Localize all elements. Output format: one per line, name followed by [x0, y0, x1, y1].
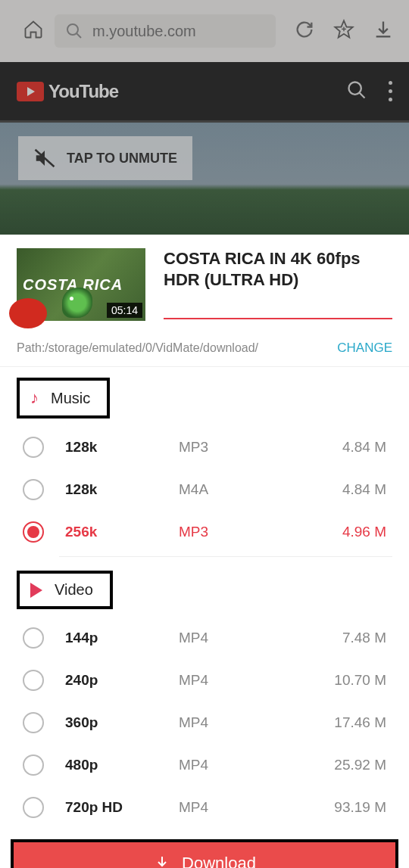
option-quality: 240p: [65, 672, 179, 689]
option-size: 10.70 M: [254, 672, 386, 689]
option-quality: 144p: [65, 630, 179, 646]
radio-icon: [23, 627, 44, 649]
video-section-label: Video: [55, 581, 93, 599]
radio-icon: [23, 437, 44, 458]
option-quality: 128k: [65, 481, 179, 498]
music-option[interactable]: 128k M4A 4.84 M: [17, 468, 392, 511]
dimmed-background-overlay: [0, 0, 409, 235]
option-quality: 360p: [65, 714, 179, 731]
radio-selected-icon: [23, 521, 44, 543]
radio-icon: [23, 479, 44, 500]
video-title: COSTA RICA IN 4K 60fps HDR (ULTRA HD): [164, 248, 392, 290]
title-underline: [164, 318, 392, 319]
download-button[interactable]: Download: [11, 839, 398, 868]
video-thumbnail[interactable]: COSTA RICA 05:14: [17, 248, 145, 321]
video-option[interactable]: 720p HD MP4 93.19 M: [17, 786, 392, 829]
option-format: MP4: [179, 757, 254, 773]
option-quality: 480p: [65, 757, 179, 773]
video-option[interactable]: 240p MP4 10.70 M: [17, 659, 392, 702]
radio-icon: [23, 797, 44, 818]
option-size: 4.96 M: [254, 524, 386, 540]
option-format: MP3: [179, 439, 254, 456]
option-size: 4.84 M: [254, 481, 386, 498]
music-option-selected[interactable]: 256k MP3 4.96 M: [17, 511, 392, 553]
download-path-row: Path:/storage/emulated/0/VidMate/downloa…: [0, 328, 409, 367]
download-panel: COSTA RICA 05:14 COSTA RICA IN 4K 60fps …: [0, 235, 409, 868]
radio-icon: [23, 754, 44, 776]
radio-icon: [23, 670, 44, 691]
option-format: MP4: [179, 714, 254, 731]
music-section-label: Music: [51, 390, 90, 407]
option-size: 25.92 M: [254, 757, 386, 773]
option-size: 93.19 M: [254, 799, 386, 816]
option-format: M4A: [179, 481, 254, 498]
video-play-icon: [30, 583, 42, 598]
music-section-box: ♪ Music: [17, 378, 110, 418]
video-option[interactable]: 480p MP4 25.92 M: [17, 744, 392, 786]
radio-icon: [23, 712, 44, 733]
option-quality: 256k: [65, 524, 179, 540]
option-quality: 720p HD: [65, 799, 179, 816]
video-option[interactable]: 144p MP4 7.48 M: [17, 617, 392, 659]
music-options-list: 128k MP3 4.84 M 128k M4A 4.84 M 256k MP3…: [0, 426, 409, 557]
music-section-header: ♪ Music: [0, 367, 409, 426]
change-path-button[interactable]: CHANGE: [337, 341, 392, 356]
option-size: 7.48 M: [254, 630, 386, 646]
option-size: 4.84 M: [254, 439, 386, 456]
video-option[interactable]: 360p MP4 17.46 M: [17, 702, 392, 744]
option-quality: 128k: [65, 439, 179, 456]
option-format: MP3: [179, 524, 254, 540]
download-arrow-icon: [153, 854, 171, 868]
option-format: MP4: [179, 799, 254, 816]
option-format: MP4: [179, 672, 254, 689]
video-duration: 05:14: [107, 303, 142, 318]
video-section-header: Video: [0, 560, 409, 617]
option-format: MP4: [179, 630, 254, 646]
video-options-list: 144p MP4 7.48 M 240p MP4 10.70 M 360p MP…: [0, 617, 409, 829]
option-size: 17.46 M: [254, 714, 386, 731]
video-title-row: COSTA RICA 05:14 COSTA RICA IN 4K 60fps …: [0, 235, 409, 328]
download-button-label: Download: [182, 854, 256, 868]
video-section-box: Video: [17, 571, 113, 609]
section-divider: [59, 556, 392, 557]
music-note-icon: ♪: [30, 388, 39, 408]
download-path-text: Path:/storage/emulated/0/VidMate/downloa…: [17, 341, 337, 355]
music-option[interactable]: 128k MP3 4.84 M: [17, 426, 392, 468]
